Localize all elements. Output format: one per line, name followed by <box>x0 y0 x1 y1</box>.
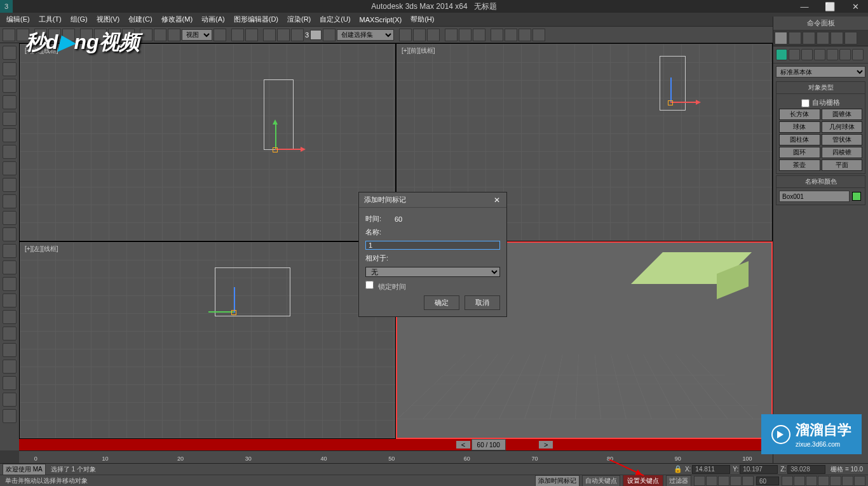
time-slider[interactable]: < 60 / 100 > <box>19 439 773 450</box>
cone-button[interactable]: 圆锥体 <box>822 109 863 120</box>
menu-rendering[interactable]: 渲染(R) <box>283 13 315 25</box>
orbit-button[interactable] <box>842 476 853 486</box>
selection-set-select[interactable]: 创建选择集 <box>337 29 394 41</box>
left-btn-8[interactable] <box>3 161 17 175</box>
zoom-all-button[interactable] <box>794 476 805 486</box>
snap-percent-button[interactable] <box>291 29 304 41</box>
geometry-category-select[interactable]: 标准基本体 <box>776 66 865 78</box>
render-button[interactable] <box>519 29 531 41</box>
left-btn-16[interactable] <box>3 294 17 307</box>
left-btn-9[interactable] <box>3 178 17 192</box>
menu-customize[interactable]: 自定义(U) <box>316 13 354 25</box>
menu-edit[interactable]: 编辑(E) <box>3 13 34 25</box>
goto-end-button[interactable] <box>742 476 754 486</box>
left-btn-20[interactable] <box>3 360 17 374</box>
next-frame-icon[interactable]: > <box>541 441 550 449</box>
left-btn-14[interactable] <box>3 260 17 274</box>
menu-views[interactable]: 视图(V) <box>93 13 124 25</box>
minimize-button[interactable]: — <box>792 0 817 13</box>
x-input[interactable] <box>692 465 730 474</box>
maximize-button[interactable]: ⬜ <box>817 0 843 13</box>
dialog-titlebar[interactable]: 添加时间标记 ✕ <box>359 192 506 208</box>
curve-editor-button[interactable] <box>445 29 458 41</box>
helpers-icon[interactable] <box>827 49 838 60</box>
dialog-close-button[interactable]: ✕ <box>492 196 501 205</box>
y-input[interactable] <box>740 465 778 474</box>
fov-button[interactable] <box>818 476 829 486</box>
schematic-button[interactable] <box>459 29 471 41</box>
close-button[interactable]: ✕ <box>843 0 868 13</box>
viewport-top[interactable]: [+][顶][线框] <box>19 43 396 241</box>
prev-frame-button[interactable] <box>706 476 717 486</box>
teapot-button[interactable]: 茶壶 <box>779 159 820 171</box>
left-btn-17[interactable] <box>3 310 17 324</box>
left-btn-12[interactable] <box>3 227 17 241</box>
auto-grid-checkbox[interactable] <box>801 99 810 107</box>
manipulate-button[interactable] <box>231 29 244 41</box>
left-btn-1[interactable] <box>3 46 17 60</box>
torus-button[interactable]: 圆环 <box>779 147 820 158</box>
maxscript-button[interactable]: 欢迎使用 MA <box>3 464 46 475</box>
keyboard-button[interactable] <box>245 29 258 41</box>
geometry-icon[interactable] <box>776 49 787 60</box>
sphere-button[interactable]: 球体 <box>779 121 820 133</box>
move-button[interactable] <box>140 29 153 41</box>
left-btn-2[interactable] <box>3 62 17 76</box>
mirror-button[interactable] <box>399 29 412 41</box>
object-name-input[interactable] <box>779 191 850 202</box>
lights-icon[interactable] <box>801 49 813 60</box>
pivot-button[interactable] <box>214 29 226 41</box>
menu-modifiers[interactable]: 修改器(M) <box>158 13 197 25</box>
time-ruler[interactable]: 0 10 20 30 40 50 60 70 80 90 100 <box>19 450 773 463</box>
menu-create[interactable]: 创建(C) <box>125 13 156 25</box>
object-color-swatch[interactable] <box>852 192 861 201</box>
lock-time-checkbox[interactable] <box>365 281 374 289</box>
material-editor-button[interactable] <box>473 29 485 41</box>
snap-2d-button[interactable] <box>263 29 276 41</box>
play-button[interactable] <box>718 476 729 486</box>
zoom-button[interactable] <box>782 476 793 486</box>
scale-button[interactable] <box>168 29 180 41</box>
left-btn-15[interactable] <box>3 277 17 291</box>
left-btn-23[interactable] <box>3 409 17 423</box>
maximize-viewport-button[interactable] <box>854 476 865 486</box>
pyramid-button[interactable]: 四棱锥 <box>822 147 863 158</box>
pan-button[interactable] <box>830 476 841 486</box>
hierarchy-tab[interactable] <box>803 32 815 44</box>
tag-name-input[interactable] <box>365 241 500 250</box>
auto-key-button[interactable]: 自动关键点 <box>582 475 620 486</box>
relative-select[interactable]: 无 <box>365 267 500 277</box>
lock-icon[interactable]: 🔒 <box>674 465 682 473</box>
create-tab[interactable] <box>775 32 787 44</box>
cylinder-button[interactable]: 圆柱体 <box>779 134 820 145</box>
left-btn-18[interactable] <box>3 327 17 341</box>
next-frame-button[interactable] <box>730 476 742 486</box>
cameras-icon[interactable] <box>814 49 825 60</box>
motion-tab[interactable] <box>817 32 829 44</box>
prev-frame-icon[interactable]: < <box>459 441 468 449</box>
snap-angle-button[interactable] <box>277 29 290 41</box>
menu-group[interactable]: 组(G) <box>67 13 92 25</box>
left-btn-10[interactable] <box>3 194 17 208</box>
menu-tools[interactable]: 工具(T) <box>35 13 65 25</box>
viewport-left[interactable]: [+][左][线框] <box>19 241 396 440</box>
menu-animation[interactable]: 动画(A) <box>198 13 229 25</box>
geosphere-button[interactable]: 几何球体 <box>822 121 863 133</box>
left-btn-22[interactable] <box>3 393 17 407</box>
key-filters-button[interactable]: 过滤器 <box>666 475 691 486</box>
left-btn-6[interactable] <box>3 128 17 142</box>
layers-button[interactable] <box>427 29 440 41</box>
menu-graph[interactable]: 图形编辑器(D) <box>230 13 282 25</box>
plane-button[interactable]: 平面 <box>822 159 863 171</box>
tube-button[interactable]: 管状体 <box>822 134 863 145</box>
ok-button[interactable]: 确定 <box>424 295 459 310</box>
time-tag-button[interactable]: 添加时间标记 <box>535 475 580 486</box>
rollout-header[interactable]: 名称和颜色 <box>776 176 865 188</box>
goto-start-button[interactable] <box>694 476 705 486</box>
teapot-icon[interactable] <box>532 29 545 41</box>
left-btn-3[interactable] <box>3 79 17 93</box>
shapes-icon[interactable] <box>789 49 800 60</box>
rollout-header[interactable]: 对象类型 <box>776 82 865 94</box>
render-setup-button[interactable] <box>491 29 503 41</box>
systems-icon[interactable] <box>852 49 864 60</box>
